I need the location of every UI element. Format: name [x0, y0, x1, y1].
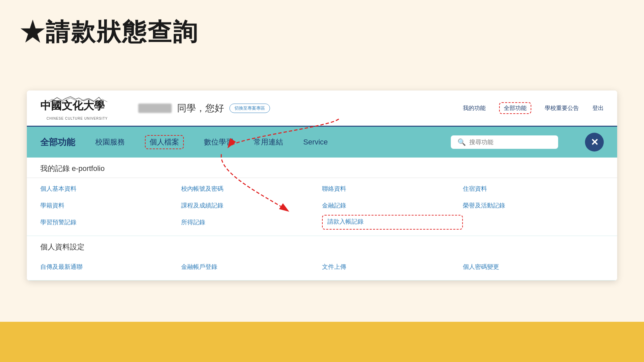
nav-all[interactable]: 全部功能 [40, 136, 75, 148]
nav-all-functions[interactable]: 全部功能 [499, 102, 531, 114]
link-learning-alerts[interactable]: 學習預警記錄 [40, 215, 181, 230]
page-title: ★請款狀態查詢 [20, 16, 199, 48]
link-accommodation[interactable]: 住宿資料 [463, 181, 604, 196]
nav-service[interactable]: Service [303, 138, 328, 146]
link-honors-activities[interactable]: 榮譽及活動記錄 [463, 198, 604, 213]
link-biography[interactable]: 自傳及最新通聯 [40, 259, 181, 274]
close-button[interactable]: ✕ [585, 133, 604, 152]
nav-campus[interactable]: 校園服務 [95, 137, 125, 147]
header-nav: 我的功能 全部功能 學校重要公告 登出 [463, 102, 604, 114]
svg-text:中國文化大學: 中國文化大學 [40, 100, 105, 112]
link-payment-records[interactable]: 請款入帳記錄 [322, 215, 463, 230]
link-income-records[interactable]: 所得記錄 [181, 215, 322, 230]
link-password-change[interactable]: 個人密碼變更 [463, 259, 604, 274]
nav-announcements[interactable]: 學校重要公告 [545, 104, 579, 112]
nav-logout[interactable]: 登出 [592, 104, 604, 112]
nav-profile[interactable]: 個人檔案 [145, 135, 184, 149]
nav-bar: 全部功能 校園服務 個人檔案 數位學習 常用連結 Service 🔍 ✕ [27, 127, 617, 158]
section-eportfolio: 我的記錄 e-portfolio 個人基本資料 校內帳號及密碼 聯絡資料 住宿資… [27, 158, 617, 236]
yellow-bar [0, 322, 644, 362]
nav-search-box: 🔍 [451, 135, 558, 149]
nav-digital[interactable]: 數位學習 [204, 137, 233, 147]
section-personal-settings: 個人資料設定 自傳及最新通聯 金融帳戶登錄 文件上傳 個人密碼變更 [27, 236, 617, 281]
header-greeting: 同學，您好 切換至專案專區 [138, 102, 270, 115]
link-account-password[interactable]: 校內帳號及密碼 [181, 181, 322, 196]
section-eportfolio-links: 個人基本資料 校內帳號及密碼 聯絡資料 住宿資料 學籍資料 課程及成績記錄 金融… [27, 178, 617, 236]
content-area: 我的記錄 e-portfolio 個人基本資料 校內帳號及密碼 聯絡資料 住宿資… [27, 158, 617, 281]
student-name-blur [138, 104, 172, 113]
link-empty [463, 215, 604, 230]
link-contact-info[interactable]: 聯絡資料 [322, 181, 463, 196]
search-input[interactable] [469, 139, 551, 146]
browser-window: 中國文化大學 CHINESE CULTURE UNIVERSITY 同學，您好 … [27, 90, 617, 281]
nav-links[interactable]: 常用連結 [254, 137, 283, 147]
site-header: 中國文化大學 CHINESE CULTURE UNIVERSITY 同學，您好 … [27, 90, 617, 127]
link-courses-grades[interactable]: 課程及成績記錄 [181, 198, 322, 213]
link-bank-account[interactable]: 金融帳戶登錄 [181, 259, 322, 274]
link-financial-records[interactable]: 金融記錄 [322, 198, 463, 213]
link-document-upload[interactable]: 文件上傳 [322, 259, 463, 274]
search-icon: 🔍 [458, 138, 466, 146]
section-personal-settings-title: 個人資料設定 [27, 236, 617, 256]
section-personal-settings-links: 自傳及最新通聯 金融帳戶登錄 文件上傳 個人密碼變更 [27, 256, 617, 280]
logo-subtitle: CHINESE CULTURE UNIVERSITY [47, 117, 108, 120]
section-eportfolio-title: 我的記錄 e-portfolio [27, 158, 617, 178]
link-enrollment[interactable]: 學籍資料 [40, 198, 181, 213]
greeting-text: 同學，您好 [177, 102, 224, 115]
nav-my-functions[interactable]: 我的功能 [463, 104, 486, 112]
logo-area: 中國文化大學 CHINESE CULTURE UNIVERSITY [40, 96, 114, 120]
link-personal-info[interactable]: 個人基本資料 [40, 181, 181, 196]
university-logo: 中國文化大學 [40, 96, 114, 116]
switch-to-project-btn[interactable]: 切換至專案專區 [229, 104, 270, 113]
